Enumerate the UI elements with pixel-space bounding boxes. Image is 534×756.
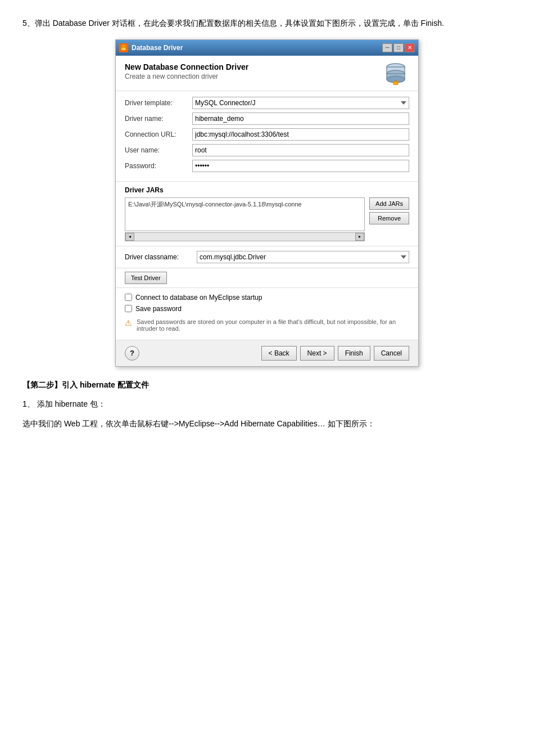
svg-point-2 bbox=[121, 47, 126, 51]
step1-label: 1、 添加 hibernate 包： bbox=[22, 397, 512, 411]
footer-left: ? bbox=[125, 346, 139, 361]
footer-right: < Back Next > Finish Cancel bbox=[261, 346, 409, 361]
connection-url-input[interactable] bbox=[192, 128, 409, 141]
user-name-input[interactable] bbox=[192, 144, 409, 156]
warning-text: Saved passwords are stored on your compu… bbox=[137, 318, 409, 332]
jars-list-container: E:\Java\开源\MySQL\mysql-connector-java-5.… bbox=[125, 197, 365, 241]
close-button[interactable]: ✕ bbox=[405, 43, 415, 52]
driver-name-row: Driver name: bbox=[125, 112, 409, 125]
jar-path-item: E:\Java\开源\MySQL\mysql-connector-java-5.… bbox=[127, 200, 363, 209]
scroll-track[interactable] bbox=[134, 233, 355, 241]
classname-row: Driver classname: com.mysql.jdbc.Driver bbox=[125, 251, 409, 263]
dialog-wrapper: Database Driver ─ □ ✕ New Database Conne… bbox=[22, 39, 512, 367]
driver-jars-section: Driver JARs E:\Java\开源\MySQL\mysql-conne… bbox=[116, 182, 418, 246]
next-button[interactable]: Next > bbox=[300, 346, 334, 361]
driver-template-row: Driver template: MySQL Connector/J bbox=[125, 97, 409, 109]
scroll-right-arrow[interactable]: ▸ bbox=[355, 233, 364, 241]
dialog-footer: ? < Back Next > Finish Cancel bbox=[116, 340, 418, 366]
section2-heading: 【第二步】引入 hibernate 配置文件 bbox=[22, 380, 512, 390]
titlebar-left: Database Driver bbox=[119, 43, 183, 52]
dialog-header-icon bbox=[382, 62, 409, 85]
remove-button[interactable]: Remove bbox=[369, 212, 409, 224]
minimize-button[interactable]: ─ bbox=[382, 43, 392, 52]
horizontal-scrollbar[interactable]: ◂ ▸ bbox=[125, 232, 365, 241]
save-password-row: Save password bbox=[125, 305, 409, 313]
finish-button[interactable]: Finish bbox=[338, 346, 370, 361]
user-name-label: User name: bbox=[125, 146, 192, 154]
dialog-app-icon bbox=[119, 43, 128, 52]
password-label: Password: bbox=[125, 162, 192, 170]
driver-classname-section: Driver classname: com.mysql.jdbc.Driver bbox=[116, 246, 418, 268]
driver-jars-label: Driver JARs bbox=[125, 186, 409, 194]
password-input[interactable] bbox=[192, 160, 409, 172]
driver-name-input[interactable] bbox=[192, 112, 409, 125]
step1-detail: 选中我们的 Web 工程，依次单击鼠标右键-->MyEclipse-->Add … bbox=[22, 417, 512, 431]
intro-text: 5、弹出 Database Driver 对话框，在此会要求我们配置数据库的相关… bbox=[22, 17, 512, 30]
scroll-left-arrow[interactable]: ◂ bbox=[125, 233, 134, 241]
jars-buttons: Add JARs Remove bbox=[369, 197, 409, 241]
save-password-label: Save password bbox=[135, 305, 182, 313]
bottom-options-section: Connect to database on MyEclipse startup… bbox=[116, 288, 418, 340]
form-section: Driver template: MySQL Connector/J Drive… bbox=[116, 91, 418, 182]
connection-url-label: Connection URL: bbox=[125, 130, 192, 138]
dialog-header: New Database Connection Driver Create a … bbox=[116, 56, 418, 91]
test-driver-button[interactable]: Test Driver bbox=[125, 272, 167, 284]
save-password-checkbox[interactable] bbox=[125, 305, 132, 312]
user-name-row: User name: bbox=[125, 144, 409, 156]
password-row: Password: bbox=[125, 160, 409, 172]
jars-list-area[interactable]: E:\Java\开源\MySQL\mysql-connector-java-5.… bbox=[125, 197, 365, 231]
driver-template-select[interactable]: MySQL Connector/J bbox=[192, 97, 409, 109]
dialog-header-title: New Database Connection Driver bbox=[125, 62, 248, 71]
driver-classname-label: Driver classname: bbox=[125, 253, 192, 261]
back-button[interactable]: < Back bbox=[261, 346, 297, 361]
test-driver-section: Test Driver bbox=[116, 268, 418, 288]
dialog-content: New Database Connection Driver Create a … bbox=[116, 56, 418, 366]
driver-classname-select[interactable]: com.mysql.jdbc.Driver bbox=[197, 251, 409, 263]
connection-url-row: Connection URL: bbox=[125, 128, 409, 141]
dialog-title: Database Driver bbox=[132, 44, 183, 52]
titlebar-buttons: ─ □ ✕ bbox=[382, 43, 415, 52]
dialog-header-text: New Database Connection Driver Create a … bbox=[125, 62, 248, 80]
dialog-header-subtitle: Create a new connection driver bbox=[125, 73, 248, 80]
restore-button[interactable]: □ bbox=[393, 43, 404, 52]
driver-template-label: Driver template: bbox=[125, 99, 192, 107]
jars-container: E:\Java\开源\MySQL\mysql-connector-java-5.… bbox=[125, 197, 409, 241]
help-button[interactable]: ? bbox=[125, 346, 139, 361]
connect-startup-label: Connect to database on MyEclipse startup bbox=[135, 294, 262, 302]
connect-startup-checkbox[interactable] bbox=[125, 294, 132, 301]
warning-icon: ⚠ bbox=[125, 318, 132, 332]
dialog-titlebar: Database Driver ─ □ ✕ bbox=[116, 40, 418, 56]
connect-startup-row: Connect to database on MyEclipse startup bbox=[125, 294, 409, 302]
add-jars-button[interactable]: Add JARs bbox=[369, 197, 409, 210]
warning-row: ⚠ Saved passwords are stored on your com… bbox=[125, 316, 409, 334]
svg-rect-10 bbox=[393, 82, 398, 85]
database-driver-dialog: Database Driver ─ □ ✕ New Database Conne… bbox=[115, 39, 419, 367]
driver-name-label: Driver name: bbox=[125, 115, 192, 123]
cancel-button[interactable]: Cancel bbox=[374, 346, 409, 361]
